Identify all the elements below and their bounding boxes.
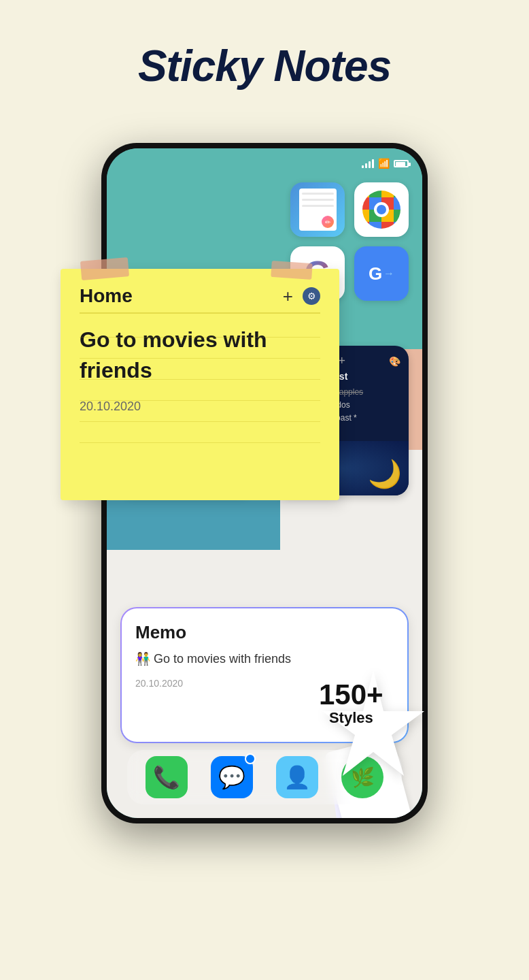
large-memo-body: 👫 Go to movies with friends	[135, 650, 394, 668]
dock-messages-icon[interactable]: 💬	[211, 756, 253, 798]
app-chrome-icon[interactable]	[354, 182, 409, 237]
battery-icon	[394, 160, 409, 167]
large-memo-title: Memo	[135, 622, 394, 643]
note-category: Home	[80, 285, 133, 307]
signal-icon	[362, 159, 374, 168]
note-header: Home + ⚙	[80, 285, 320, 314]
note-actions: + ⚙	[283, 286, 320, 307]
messages-badge	[245, 753, 256, 764]
tape-left	[80, 257, 129, 280]
shopping-palette-icon[interactable]: 🎨	[389, 356, 400, 367]
shopping-moon-icon: 🌙	[368, 458, 402, 490]
app-translate-icon[interactable]: G →	[354, 246, 409, 301]
wifi-icon: 📶	[378, 158, 390, 169]
phone-frame: 📶 ✏	[101, 143, 428, 823]
note-gear-button[interactable]: ⚙	[303, 287, 320, 305]
note-lines	[61, 337, 339, 500]
styles-label: Styles	[319, 709, 383, 727]
status-bar: 📶	[362, 158, 409, 169]
shopping-plus-icon[interactable]: +	[339, 354, 346, 368]
note-plus-button[interactable]: +	[283, 286, 293, 307]
styles-content: 150+ Styles	[319, 681, 383, 727]
page-title: Sticky Notes	[0, 0, 529, 112]
styles-number: 150+	[319, 681, 383, 709]
app-notes-icon[interactable]: ✏	[290, 182, 345, 237]
tape-right	[271, 261, 313, 280]
dock-phone-icon[interactable]: 📞	[146, 756, 188, 798]
styles-badge: 150+ Styles	[312, 667, 448, 803]
sticky-note[interactable]: Home + ⚙ Go to movies with friends 20.10…	[61, 269, 339, 500]
